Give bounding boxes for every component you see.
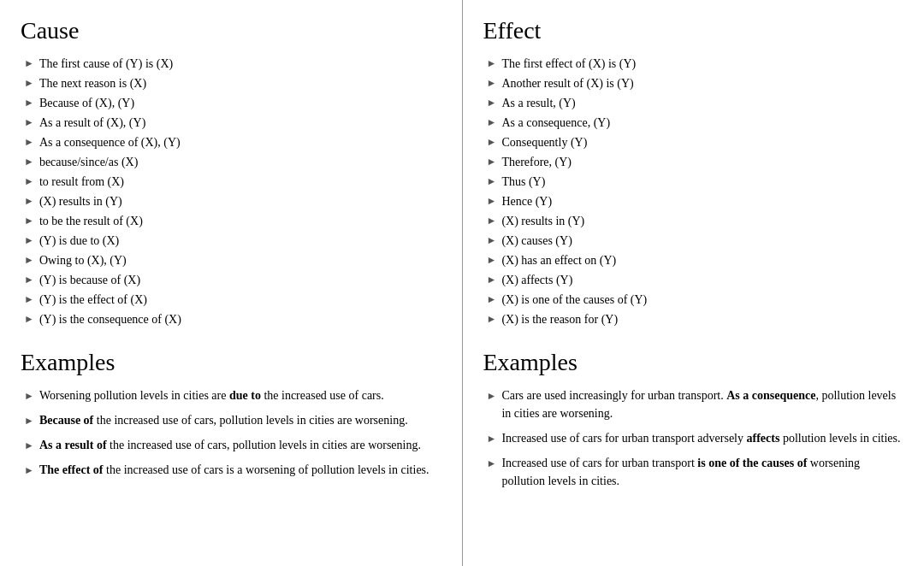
arrow-icon: ► [487,233,497,248]
cause-section: Cause ►The first cause of (Y) is (X)►The… [21,17,441,328]
arrow-icon: ► [487,252,497,268]
arrow-icon: ► [24,311,34,327]
list-item: ►(X) is the reason for (Y) [487,310,904,328]
list-item: ►Increased use of cars for urban transpo… [487,429,904,447]
list-item: ►Increased use of cars for urban transpo… [487,454,904,490]
list-item: ►Because of (X), (Y) [24,94,441,112]
list-item: ►As a result of the increased use of car… [24,436,441,454]
arrow-icon: ► [24,213,34,228]
list-item: ►(X) results in (Y) [24,192,441,210]
list-item: ►As a result of (X), (Y) [24,114,441,132]
effect-title: Effect [483,17,904,44]
cause-list: ►The first cause of (Y) is (X)►The next … [24,55,441,328]
arrow-icon: ► [487,311,497,327]
arrow-icon: ► [24,56,34,71]
cause-title: Cause [21,17,441,44]
effect-examples-title: Examples [483,349,904,376]
list-item: ►Because of the increased use of cars, p… [24,411,441,429]
list-item: ►(X) has an effect on (Y) [487,251,904,269]
arrow-icon: ► [24,75,34,91]
arrow-icon: ► [24,115,34,130]
effect-list: ►The first effect of (X) is (Y)►Another … [487,55,904,328]
right-column: Effect ►The first effect of (X) is (Y)►A… [463,0,925,566]
list-item: ►The first effect of (X) is (Y) [487,55,904,73]
list-item: ►(Y) is the consequence of (X) [24,310,441,328]
arrow-icon: ► [24,95,34,110]
arrow-icon: ► [24,174,34,189]
arrow-icon: ► [24,463,34,478]
list-item: ►Worsening pollution levels in cities ar… [24,386,441,404]
list-item: ►to be the result of (X) [24,212,441,230]
arrow-icon: ► [487,115,497,130]
list-item: ►(Y) is due to (X) [24,232,441,250]
left-column: Cause ►The first cause of (Y) is (X)►The… [0,0,463,566]
list-item: ►(Y) is the effect of (X) [24,291,441,309]
list-item: ►As a result, (Y) [487,94,904,112]
arrow-icon: ► [487,456,497,471]
arrow-icon: ► [487,213,497,228]
list-item: ►Owing to (X), (Y) [24,251,441,269]
list-item: ►The effect of the increased use of cars… [24,461,441,479]
arrow-icon: ► [24,272,34,287]
arrow-icon: ► [24,193,34,209]
list-item: ►The first cause of (Y) is (X) [24,55,441,73]
cause-examples-list: ►Worsening pollution levels in cities ar… [24,386,441,479]
list-item: ►Hence (Y) [487,192,904,210]
arrow-icon: ► [24,252,34,268]
list-item: ►As a consequence, (Y) [487,114,904,132]
arrow-icon: ► [487,154,497,169]
arrow-icon: ► [487,174,497,189]
effect-section: Effect ►The first effect of (X) is (Y)►A… [483,17,904,328]
arrow-icon: ► [24,438,34,453]
arrow-icon: ► [24,292,34,307]
list-item: ►because/since/as (X) [24,153,441,171]
list-item: ►Thus (Y) [487,173,904,191]
list-item: ►(Y) is because of (X) [24,271,441,289]
arrow-icon: ► [487,95,497,110]
arrow-icon: ► [487,431,497,446]
arrow-icon: ► [487,193,497,209]
list-item: ►(X) causes (Y) [487,232,904,250]
effect-examples-section: Examples ►Cars are used increasingly for… [483,349,904,490]
arrow-icon: ► [24,134,34,150]
list-item: ►The next reason is (X) [24,74,441,92]
list-item: ►Therefore, (Y) [487,153,904,171]
arrow-icon: ► [487,56,497,71]
arrow-icon: ► [24,413,34,428]
list-item: ►(X) is one of the causes of (Y) [487,291,904,309]
arrow-icon: ► [487,272,497,287]
list-item: ►Consequently (Y) [487,133,904,151]
list-item: ►Another result of (X) is (Y) [487,74,904,92]
arrow-icon: ► [24,154,34,169]
arrow-icon: ► [487,292,497,307]
effect-examples-list: ►Cars are used increasingly for urban tr… [487,386,904,490]
list-item: ►As a consequence of (X), (Y) [24,133,441,151]
cause-examples-title: Examples [21,349,441,376]
list-item: ►Cars are used increasingly for urban tr… [487,386,904,422]
arrow-icon: ► [487,75,497,91]
cause-examples-section: Examples ►Worsening pollution levels in … [21,349,441,479]
list-item: ►to result from (X) [24,173,441,191]
list-item: ►(X) results in (Y) [487,212,904,230]
arrow-icon: ► [487,134,497,150]
arrow-icon: ► [487,388,497,404]
arrow-icon: ► [24,233,34,248]
arrow-icon: ► [24,388,34,404]
list-item: ►(X) affects (Y) [487,271,904,289]
